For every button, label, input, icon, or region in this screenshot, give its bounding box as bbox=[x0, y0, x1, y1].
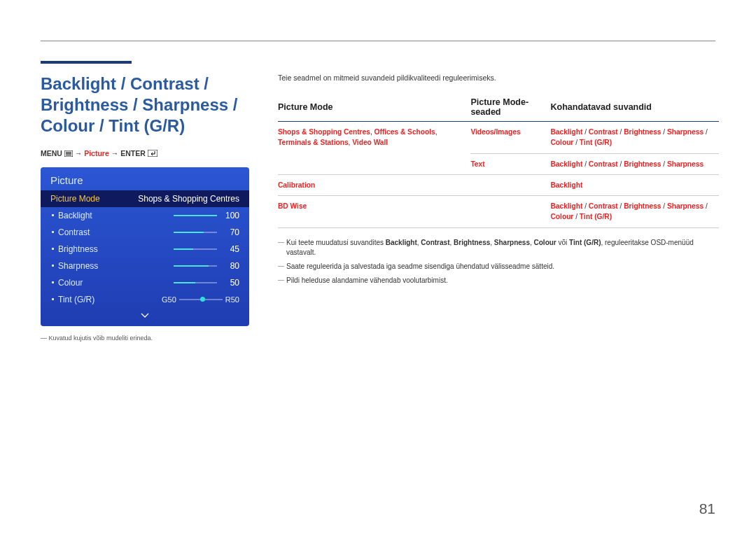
slider[interactable] bbox=[174, 215, 217, 216]
tint-right: R50 bbox=[225, 295, 239, 304]
intro-text: Teie seadmel on mitmeid suvandeid pildik… bbox=[278, 73, 715, 82]
cell-seaded: Videos/Images bbox=[470, 122, 550, 154]
th-suvandid: Kohandatavad suvandid bbox=[551, 97, 720, 122]
note-item: Pildi heleduse alandamine vähendab voolu… bbox=[278, 276, 715, 286]
osd-slider-row[interactable]: Colour50 bbox=[41, 274, 249, 291]
cell-seaded bbox=[470, 196, 550, 228]
slider-value: 100 bbox=[223, 211, 239, 220]
menu-label: MENU bbox=[41, 149, 62, 157]
tint-left: G50 bbox=[162, 295, 176, 304]
page-title: Backlight / Contrast / Brightness / Shar… bbox=[41, 73, 275, 136]
osd-slider-row[interactable]: Backlight100 bbox=[41, 207, 249, 224]
cell-suvandid: Backlight / Contrast / Brightness / Shar… bbox=[551, 153, 720, 174]
accent-bar bbox=[41, 61, 132, 64]
osd-panel: Picture Picture Mode Shops & Shopping Ce… bbox=[41, 167, 249, 326]
slider[interactable] bbox=[174, 282, 217, 283]
osd-picture-mode-row[interactable]: Picture Mode Shops & Shopping Centres bbox=[41, 190, 249, 207]
nav-mid: Picture bbox=[84, 149, 109, 157]
slider[interactable] bbox=[174, 232, 217, 233]
th-mode: Picture Mode bbox=[278, 97, 470, 122]
slider-value: 50 bbox=[223, 278, 239, 288]
tint-slider[interactable] bbox=[179, 299, 223, 300]
slider[interactable] bbox=[174, 265, 217, 267]
osd-row-label: Contrast bbox=[50, 227, 174, 237]
th-seaded: Picture Mode-seaded bbox=[470, 97, 550, 122]
slider-value: 70 bbox=[223, 227, 239, 237]
table-row: CalibrationBacklight bbox=[278, 174, 719, 195]
cell-suvandid: Backlight bbox=[551, 174, 720, 195]
footnote: ― Kuvatud kujutis võib mudeliti erineda. bbox=[41, 335, 275, 342]
slider-value: 45 bbox=[223, 244, 239, 254]
cell-suvandid: Backlight / Contrast / Brightness / Shar… bbox=[551, 196, 720, 228]
nav-arrow: → bbox=[111, 149, 119, 157]
notes-list: Kui teete muudatusi suvandites Backlight… bbox=[278, 238, 715, 286]
cell-seaded: Text bbox=[470, 153, 550, 174]
nav-arrow: → bbox=[75, 149, 83, 157]
table-row: Shops & Shopping Centres, Offices & Scho… bbox=[278, 122, 719, 154]
osd-header: Picture bbox=[41, 167, 249, 190]
menu-path: MENU → Picture → ENTER bbox=[41, 149, 275, 157]
osd-tint-label: Tint (G/R) bbox=[50, 295, 162, 304]
chevron-down-icon[interactable] bbox=[41, 308, 249, 321]
slider[interactable] bbox=[174, 248, 217, 250]
cell-mode: Shops & Shopping Centres, Offices & Scho… bbox=[278, 122, 470, 175]
menu-icon bbox=[64, 150, 73, 157]
options-table: Picture Mode Picture Mode-seaded Kohanda… bbox=[278, 97, 719, 228]
enter-icon bbox=[148, 150, 158, 157]
osd-mode-value: Shops & Shopping Centres bbox=[138, 194, 239, 204]
osd-slider-row[interactable]: Sharpness80 bbox=[41, 258, 249, 274]
cell-mode: Calibration bbox=[278, 174, 470, 195]
osd-row-label: Backlight bbox=[50, 211, 174, 220]
osd-mode-label: Picture Mode bbox=[50, 194, 138, 204]
table-row: BD WiseBacklight / Contrast / Brightness… bbox=[278, 196, 719, 228]
osd-row-label: Brightness bbox=[50, 244, 174, 254]
osd-row-label: Sharpness bbox=[50, 261, 174, 271]
note-item: Kui teete muudatusi suvandites Backlight… bbox=[278, 238, 715, 258]
slider-value: 80 bbox=[223, 261, 239, 271]
osd-slider-row[interactable]: Brightness45 bbox=[41, 241, 249, 258]
svg-rect-4 bbox=[148, 150, 158, 157]
note-item: Saate reguleerida ja salvestada iga sead… bbox=[278, 262, 715, 272]
osd-slider-row[interactable]: Contrast70 bbox=[41, 224, 249, 241]
cell-seaded bbox=[470, 174, 550, 195]
page-number: 81 bbox=[699, 500, 715, 517]
osd-row-label: Colour bbox=[50, 278, 174, 288]
cell-mode: BD Wise bbox=[278, 196, 470, 228]
cell-suvandid: Backlight / Contrast / Brightness / Shar… bbox=[551, 122, 720, 154]
osd-tint-row[interactable]: Tint (G/R) G50 R50 bbox=[41, 291, 249, 308]
enter-label: ENTER bbox=[120, 149, 146, 157]
